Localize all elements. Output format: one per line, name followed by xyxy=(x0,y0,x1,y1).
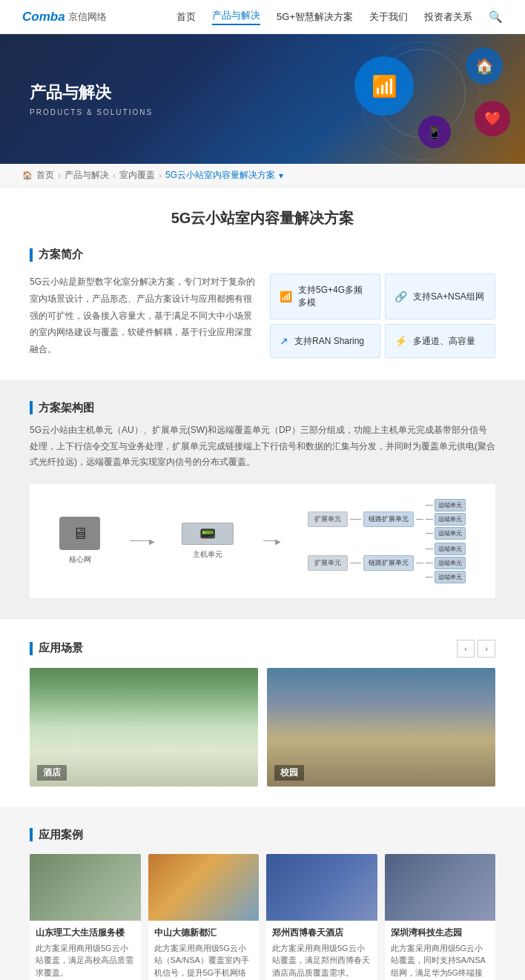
remote-unit-4: 远端单元 xyxy=(435,543,466,555)
breadcrumb-sep-2: › xyxy=(113,170,116,181)
host-unit-label: 主机单元 xyxy=(193,549,222,560)
breadcrumb-dropdown-icon[interactable]: ▾ xyxy=(279,170,283,181)
page-title-section: 5G云小站室内容量解决方案 xyxy=(0,188,525,240)
section-title-text: 方案简介 xyxy=(39,248,83,262)
page-main-title: 5G云小站室内容量解决方案 xyxy=(30,208,495,228)
scenario-hotel-label: 酒店 xyxy=(37,765,67,781)
solution-intro-section: 方案简介 5G云小站是新型数字化室分解决方案，专门对对于复杂的室内场景设计，产品… xyxy=(0,240,525,380)
case-3-title: 郑州西博春天酒店 xyxy=(272,927,372,939)
arrow-2: ▶ xyxy=(263,540,278,541)
section-title-bar-cases xyxy=(30,828,33,841)
case-3-content: 郑州西博春天酒店 此方案采用商用级5G云小站覆盖，满足郑州西博春天酒店高品质覆盖… xyxy=(266,921,377,980)
scenario-campus-label: 校园 xyxy=(274,765,304,781)
hero-content: 产品与解决 PRODUCTS & SOLUTIONS xyxy=(0,82,182,116)
nav-home[interactable]: 首页 xyxy=(176,10,196,24)
expand-ext-2: 链路扩展单元 xyxy=(363,555,414,571)
remote-unit-1: 远端单元 xyxy=(435,499,466,511)
architecture-section: 方案架构图 5G云小站由主机单元（AU）、扩展单元(SW)和远端覆盖单元（DP）… xyxy=(0,380,525,619)
scenario-campus-img: 校园 xyxy=(267,668,495,787)
case-2-desc: 此方案采用商用级5G云小站（SA/NSA）覆盖室内手机信号，提升5G手机网络体验… xyxy=(154,942,254,980)
feature-multi: ⚡ 多通道、高容量 xyxy=(385,324,495,358)
feature-sa-label: 支持SA+NSA组网 xyxy=(413,291,484,303)
section-title-scenarios-text: 应用场景 xyxy=(39,641,83,655)
scenario-campus-card: 校园 xyxy=(267,668,495,787)
expand-ext-1: 链路扩展单元 xyxy=(363,511,414,527)
breadcrumb: 🏠 首页 › 产品与解决 › 室内覆盖 › 5G云小站室内容量解决方案 ▾ xyxy=(0,164,525,188)
section-title-cases-text: 应用案例 xyxy=(39,828,83,842)
case-1-content: 山东理工大生活服务楼 此方案采用商用级5G云小站覆盖，满足高校高品质需求覆盖。 xyxy=(30,921,141,980)
arch-diagram: 🖥 核心网 ▶ 📟 主机单元 ▶ xyxy=(30,484,495,598)
expand-unit-2: 扩展单元 xyxy=(308,555,348,571)
breadcrumb-products[interactable]: 产品与解决 xyxy=(65,169,109,182)
intro-features: 📶 支持5G+4G多频多模 🔗 支持SA+NSA组网 ↗ 支持RAN Shari… xyxy=(270,274,495,358)
app-cases-section: 应用案例 山东理工大生活服务楼 此方案采用商用级5G云小站覆盖，满足高校高品质需… xyxy=(0,807,525,980)
breadcrumb-current: 5G云小站室内容量解决方案 xyxy=(165,169,275,182)
section-title-scenarios: 应用场景 xyxy=(30,641,83,655)
core-network-box: 🖥 核心网 xyxy=(59,517,100,565)
section-title-bar-scenarios xyxy=(30,642,33,655)
host-unit-box: 📟 主机单元 xyxy=(182,523,234,560)
case-4-img xyxy=(385,854,496,921)
nav-investor[interactable]: 投资者关系 xyxy=(424,10,472,24)
logo-cn: 京信网络 xyxy=(68,10,107,24)
nav-products[interactable]: 产品与解决 xyxy=(212,9,260,25)
feature-5g: 📶 支持5G+4G多频多模 xyxy=(270,274,380,320)
case-4-title: 深圳湾科技生态园 xyxy=(391,927,490,939)
logo-comba: Comba xyxy=(22,10,65,24)
case-4-content: 深圳湾科技生态园 此方案采用商用级5G云小站覆盖，同时支持SA/NSA组网，满足… xyxy=(385,921,496,980)
feature-5g-icon: 📶 xyxy=(280,291,292,302)
feature-multi-label: 多通道、高容量 xyxy=(413,335,475,348)
home-deco-icon: 🏠 xyxy=(475,57,494,75)
next-scenario-button[interactable]: › xyxy=(478,640,495,658)
navigation: Comba 京信网络 首页 产品与解决 5G+智慧解决方案 关于我们 投资者关系… xyxy=(0,0,525,34)
case-2-title: 中山大德新都汇 xyxy=(154,927,254,939)
section-title-bar xyxy=(30,248,33,262)
health-deco-icon: ❤️ xyxy=(484,110,501,127)
wifi-deco-icon: 📶 xyxy=(372,74,397,99)
nav-5g[interactable]: 5G+智慧解决方案 xyxy=(277,10,353,24)
nav-about[interactable]: 关于我们 xyxy=(369,10,408,24)
prev-scenario-button[interactable]: ‹ xyxy=(457,640,475,658)
section-title-intro: 方案简介 xyxy=(30,248,495,262)
hero-subtitle: PRODUCTS & SOLUTIONS xyxy=(30,108,153,116)
case-card-4: 深圳湾科技生态园 此方案采用商用级5G云小站覆盖，同时支持SA/NSA组网，满足… xyxy=(385,854,496,980)
feature-ran: ↗ 支持RAN Sharing xyxy=(270,324,380,358)
scenarios-nav-btns: ‹ › xyxy=(457,640,495,658)
phone-deco-icon: 📱 xyxy=(427,125,442,139)
nav-links: 首页 产品与解决 5G+智慧解决方案 关于我们 投资者关系 🔍 xyxy=(176,9,503,25)
case-1-desc: 此方案采用商用级5G云小站覆盖，满足高校高品质需求覆盖。 xyxy=(36,942,135,979)
case-4-desc: 此方案采用商用级5G云小站覆盖，同时支持SA/NSA组网，满足华为5G终端接入。 xyxy=(391,942,490,980)
breadcrumb-home-icon: 🏠 xyxy=(22,170,33,180)
case-2-img xyxy=(148,854,260,921)
remote-unit-6: 远端单元 xyxy=(435,571,466,583)
breadcrumb-indoor[interactable]: 室内覆盖 xyxy=(119,169,155,182)
feature-ran-icon: ↗ xyxy=(280,335,288,347)
feature-sa-icon: 🔗 xyxy=(394,291,407,302)
scenario-hotel-img: 酒店 xyxy=(30,668,258,787)
section-title-arch-text: 方案架构图 xyxy=(39,401,94,415)
case-2-content: 中山大德新都汇 此方案采用商用级5G云小站（SA/NSA）覆盖室内手机信号，提升… xyxy=(148,921,260,980)
arch-desc: 5G云小站由主机单元（AU）、扩展单元(SW)和远端覆盖单元（DP）三部分组成，… xyxy=(30,423,495,471)
remote-unit-3: 远端单元 xyxy=(435,527,466,540)
feature-sa: 🔗 支持SA+NSA组网 xyxy=(385,274,495,320)
core-network-label: 核心网 xyxy=(69,554,91,565)
case-1-title: 山东理工大生活服务楼 xyxy=(36,927,135,939)
arrow-1: ▶ xyxy=(130,540,152,541)
section-title-bar-arch xyxy=(30,401,33,414)
app-scenarios-section: 应用场景 ‹ › 酒店 校园 xyxy=(0,619,525,807)
scenarios-grid: 酒店 校园 xyxy=(30,668,495,787)
logo: Comba 京信网络 xyxy=(22,10,107,24)
breadcrumb-home[interactable]: 首页 xyxy=(36,169,54,182)
case-card-1: 山东理工大生活服务楼 此方案采用商用级5G云小站覆盖，满足高校高品质需求覆盖。 xyxy=(30,854,141,980)
case-card-3: 郑州西博春天酒店 此方案采用商用级5G云小站覆盖，满足郑州西博春天酒店高品质覆盖… xyxy=(266,854,377,980)
search-icon[interactable]: 🔍 xyxy=(489,10,503,24)
breadcrumb-sep-3: › xyxy=(159,170,162,181)
feature-multi-icon: ⚡ xyxy=(394,335,407,347)
feature-ran-label: 支持RAN Sharing xyxy=(294,335,364,348)
breadcrumb-sep-1: › xyxy=(58,170,61,181)
case-3-img xyxy=(266,854,377,921)
remote-unit-5: 远端单元 xyxy=(435,557,466,569)
case-card-2: 中山大德新都汇 此方案采用商用级5G云小站（SA/NSA）覆盖室内手机信号，提升… xyxy=(148,854,260,980)
expand-unit-1: 扩展单元 xyxy=(308,511,348,527)
hero-banner: 📶 🏠 ❤️ 📱 产品与解决 PRODUCTS & SOLUTIONS xyxy=(0,34,525,164)
